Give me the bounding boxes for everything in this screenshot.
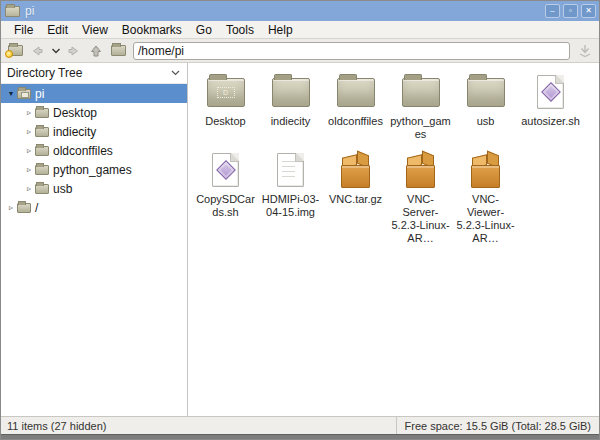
tree-item-label: / — [35, 201, 38, 215]
folder-icon — [272, 78, 310, 107]
maximize-button[interactable]: ▫ — [563, 4, 578, 18]
file-item-usb[interactable]: usb — [454, 69, 517, 130]
tree-item-usb[interactable]: ▹ usb — [1, 179, 187, 198]
jump-to-icon — [577, 43, 593, 59]
file-label: python_games — [390, 115, 451, 141]
folder-icon — [35, 146, 49, 156]
archive-package-icon — [338, 152, 374, 188]
folder-icon — [35, 108, 49, 118]
expander-closed-icon[interactable]: ▹ — [23, 146, 35, 155]
file-label: oldconffiles — [328, 115, 383, 128]
folder-icon — [35, 127, 49, 137]
titlebar: pi – ▫ ✕ — [1, 1, 599, 21]
menu-edit[interactable]: Edit — [40, 22, 75, 38]
package-box-icon — [341, 165, 370, 188]
new-tab-folder-icon — [8, 45, 23, 56]
package-box-icon — [471, 165, 500, 188]
window-folder-icon — [5, 6, 20, 17]
file-label: VNC.tar.gz — [329, 193, 382, 206]
new-star-icon — [5, 50, 13, 58]
page-fold-icon — [231, 153, 239, 161]
tree-item-label: oldconffiles — [53, 144, 113, 158]
file-item-indiecity[interactable]: indiecity — [259, 69, 322, 130]
file-label: usb — [477, 115, 495, 128]
file-icon-view: D Desktop indiecity oldconffiles python_… — [188, 63, 599, 416]
file-label: CopySDCards.sh — [195, 193, 256, 219]
tree-item-root[interactable]: ▹ / — [1, 198, 187, 217]
tree-item-label: pi — [35, 87, 44, 101]
sidebar-mode-chevron-icon[interactable] — [170, 69, 181, 77]
desktop-emblem-icon: D — [217, 87, 235, 98]
file-label: indiecity — [271, 115, 311, 128]
file-item-vnc-tar-gz[interactable]: VNC.tar.gz — [324, 147, 387, 208]
file-item-vnc-viewer[interactable]: VNC-Viewer-5.2.3-Linux-AR… — [454, 147, 517, 247]
close-button[interactable]: ✕ — [581, 4, 596, 18]
new-tab-button[interactable] — [5, 41, 25, 61]
menubar: File Edit View Bookmarks Go Tools Help — [1, 21, 599, 39]
arrow-right-icon — [66, 43, 82, 59]
menu-view[interactable]: View — [75, 22, 115, 38]
back-button[interactable] — [27, 41, 47, 61]
file-item-autosizer-sh[interactable]: autosizer.sh — [519, 69, 582, 130]
file-item-vnc-server[interactable]: VNC-Server-5.2.3-Linux-AR… — [389, 147, 452, 247]
tree-item-oldconffiles[interactable]: ▹ oldconffiles — [1, 141, 187, 160]
menu-go[interactable]: Go — [189, 22, 219, 38]
document-icon — [277, 153, 304, 187]
free-space-status: Free space: 15.5 GiB (Total: 28.5 GiB) — [396, 417, 599, 434]
home-button[interactable] — [108, 41, 128, 61]
arrow-left-icon — [29, 43, 45, 59]
file-label: VNC-Viewer-5.2.3-Linux-AR… — [455, 193, 516, 245]
item-count-status: 11 items (27 hidden) — [1, 420, 396, 432]
forward-button[interactable] — [64, 41, 84, 61]
arrow-up-icon — [88, 43, 104, 59]
chevron-down-icon — [51, 47, 61, 55]
window-bottom-border — [1, 434, 599, 439]
archive-package-icon — [403, 152, 439, 188]
file-item-python-games[interactable]: python_games — [389, 69, 452, 143]
tree-item-python-games[interactable]: ▹ python_games — [1, 160, 187, 179]
file-item-copysdcards-sh[interactable]: CopySDCards.sh — [194, 147, 257, 221]
tree-item-label: Desktop — [53, 106, 97, 120]
history-dropdown-button[interactable] — [49, 41, 62, 61]
shell-script-icon — [537, 75, 564, 109]
content-area: Directory Tree ▾ pi ▹ Desktop ▹ — [1, 63, 599, 416]
text-lines-icon — [282, 161, 295, 179]
file-label: VNC-Server-5.2.3-Linux-AR… — [390, 193, 451, 245]
menu-help[interactable]: Help — [261, 22, 300, 38]
window-title: pi — [25, 4, 542, 18]
expander-open-icon[interactable]: ▾ — [5, 89, 17, 98]
expander-closed-icon[interactable]: ▹ — [23, 165, 35, 174]
folder-icon — [35, 165, 49, 175]
menu-file[interactable]: File — [7, 22, 40, 38]
file-manager-window: pi – ▫ ✕ File Edit View Bookmarks Go Too… — [0, 0, 600, 440]
tree-item-desktop[interactable]: ▹ Desktop — [1, 103, 187, 122]
desktop-folder-icon: D — [207, 78, 245, 107]
jump-to-button[interactable] — [575, 41, 595, 61]
menu-tools[interactable]: Tools — [219, 22, 261, 38]
up-button[interactable] — [86, 41, 106, 61]
tree-item-indiecity[interactable]: ▹ indiecity — [1, 122, 187, 141]
tree-item-pi[interactable]: ▾ pi — [1, 84, 187, 103]
script-diamond-icon — [216, 160, 236, 180]
expander-closed-icon[interactable]: ▹ — [23, 127, 35, 136]
minimize-button[interactable]: – — [545, 4, 560, 18]
expander-closed-icon[interactable]: ▹ — [23, 108, 35, 117]
file-item-oldconffiles[interactable]: oldconffiles — [324, 69, 387, 130]
file-label: HDMIPi-03-04-15.img — [260, 193, 321, 219]
shell-script-icon — [212, 153, 239, 187]
file-item-hdmipi-img[interactable]: HDMIPi-03-04-15.img — [259, 147, 322, 221]
expander-closed-icon[interactable]: ▹ — [5, 203, 17, 212]
tree-item-label: usb — [53, 182, 72, 196]
path-input[interactable] — [133, 42, 570, 60]
home-folder-icon — [17, 89, 31, 99]
file-item-desktop[interactable]: D Desktop — [194, 69, 257, 130]
menu-bookmarks[interactable]: Bookmarks — [115, 22, 189, 38]
archive-package-icon — [468, 152, 504, 188]
folder-icon — [337, 78, 375, 107]
toolbar — [1, 39, 599, 63]
package-box-icon — [406, 165, 435, 188]
folder-icon — [35, 184, 49, 194]
folder-icon — [17, 203, 31, 213]
expander-closed-icon[interactable]: ▹ — [23, 184, 35, 193]
file-label: Desktop — [205, 115, 245, 128]
